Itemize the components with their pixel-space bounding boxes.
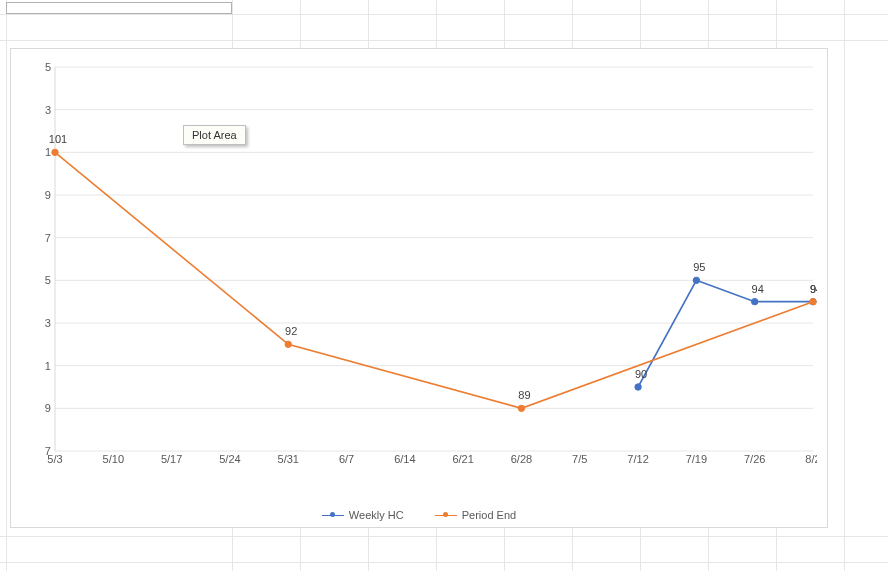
svg-text:7/12: 7/12: [627, 453, 648, 465]
svg-text:7/5: 7/5: [572, 453, 587, 465]
svg-text:7/26: 7/26: [744, 453, 765, 465]
svg-text:91: 91: [45, 360, 51, 372]
svg-point-37: [693, 277, 699, 283]
svg-text:103: 103: [45, 104, 51, 116]
svg-text:90: 90: [635, 368, 647, 380]
plot-area[interactable]: 878991939597991011031055/35/105/175/245/…: [45, 61, 817, 465]
svg-text:5/10: 5/10: [103, 453, 124, 465]
legend-label: Period End: [462, 509, 516, 521]
plot-area-tooltip: Plot Area: [183, 125, 246, 145]
svg-text:95: 95: [693, 261, 705, 273]
svg-text:99: 99: [45, 189, 51, 201]
svg-point-45: [285, 341, 291, 347]
legend-swatch-icon: [322, 515, 344, 516]
svg-text:5/24: 5/24: [219, 453, 240, 465]
svg-text:7/19: 7/19: [686, 453, 707, 465]
svg-point-43: [52, 149, 58, 155]
svg-text:5/3: 5/3: [47, 453, 62, 465]
svg-text:105: 105: [45, 61, 51, 73]
svg-text:101: 101: [49, 133, 67, 145]
legend-label: Weekly HC: [349, 509, 404, 521]
svg-text:6/21: 6/21: [452, 453, 473, 465]
svg-text:94: 94: [810, 283, 817, 295]
svg-text:8/2: 8/2: [805, 453, 817, 465]
svg-point-49: [810, 298, 816, 304]
svg-text:97: 97: [45, 232, 51, 244]
svg-text:93: 93: [45, 317, 51, 329]
active-cell[interactable]: [6, 2, 232, 14]
svg-text:101: 101: [45, 146, 51, 158]
svg-point-47: [518, 405, 524, 411]
svg-text:6/14: 6/14: [394, 453, 415, 465]
chart-object[interactable]: 878991939597991011031055/35/105/175/245/…: [10, 48, 828, 528]
svg-text:5/31: 5/31: [278, 453, 299, 465]
chart-svg: 878991939597991011031055/35/105/175/245/…: [45, 61, 817, 465]
svg-text:6/7: 6/7: [339, 453, 354, 465]
legend-item-period-end[interactable]: Period End: [435, 509, 516, 521]
spreadsheet-area[interactable]: { "tooltip": { "text": "Plot Area" }, "l…: [0, 0, 888, 571]
legend-swatch-icon: [435, 515, 457, 516]
svg-text:94: 94: [752, 283, 764, 295]
legend: Weekly HC Period End: [11, 506, 827, 522]
legend-item-weekly-hc[interactable]: Weekly HC: [322, 509, 404, 521]
svg-text:89: 89: [518, 389, 530, 401]
svg-text:92: 92: [285, 325, 297, 337]
svg-text:95: 95: [45, 274, 51, 286]
svg-point-39: [751, 298, 757, 304]
svg-point-35: [635, 384, 641, 390]
svg-text:6/28: 6/28: [511, 453, 532, 465]
svg-text:89: 89: [45, 402, 51, 414]
svg-text:5/17: 5/17: [161, 453, 182, 465]
